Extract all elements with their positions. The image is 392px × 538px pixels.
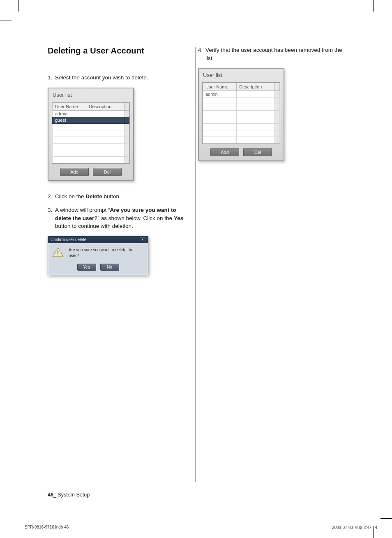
table-row[interactable] [203,137,280,144]
cell-description [237,91,275,97]
cell-username: admin [203,91,237,97]
page-footer: 46_ System Setup [48,492,344,498]
table-row[interactable]: admin [53,110,129,117]
step-number: 4. [198,46,205,62]
userlist-grid[interactable]: User Name Description admin [202,82,280,144]
text: A window will prompt “ [55,207,110,213]
table-row[interactable] [203,130,280,137]
print-file: SPR-9816-9716.indb 46 [25,525,69,531]
panel-title: User list [199,69,284,81]
steps-list: 4. Verify that the user account has been… [198,46,344,62]
userlist-panel-after: User list User Name Description admin [198,68,284,161]
userlist-grid[interactable]: User Name Description admin guest [52,102,130,164]
scrollbar-gutter [125,117,129,123]
step-number: 3. [48,206,55,230]
col-description[interactable]: Description [86,102,125,110]
step-text: A window will prompt “Are you sure you w… [55,206,193,230]
text-bold: Delete [85,193,102,199]
text: button. [102,193,121,199]
step-2: 2. Click on the Delete button. [48,192,193,201]
step-text: Verify that the user account has been re… [205,46,344,62]
dialog-body: Are you sure you want to delete the user… [48,243,148,260]
steps-list: 1. Select the account you wish to delete… [48,74,193,82]
scrollbar-gutter [275,83,280,91]
dialog-title: Confirm user delete [51,237,86,242]
scrollbar-gutter [125,102,129,110]
scrollbar-gutter [275,91,280,97]
table-row-selected[interactable]: guest [53,117,129,123]
step-text: Select the account you wish to delete. [55,74,193,82]
svg-rect-2 [58,255,58,255]
table-header-row: User Name Description [53,102,129,110]
step-4: 4. Verify that the user account has been… [198,46,344,62]
crop-mark [18,0,18,12]
crop-mark [380,518,392,519]
dialog-message: Are you sure you want to delete the user… [69,247,144,259]
page: Deleting a User Account 1. Select the ac… [0,0,392,538]
left-column: Deleting a User Account 1. Select the ac… [48,46,193,482]
userlist-table: User Name Description admin [203,83,280,144]
table-row[interactable] [53,123,129,130]
add-button[interactable]: Add [210,148,239,156]
table-row[interactable] [53,137,129,143]
cell-description [86,117,125,123]
col-username[interactable]: User Name [203,83,237,91]
cell-username: admin [53,110,86,117]
no-button[interactable]: No [100,264,119,271]
yes-button[interactable]: Yes [77,264,96,271]
table-row[interactable] [203,111,280,117]
table-row[interactable] [203,124,280,130]
userlist-panel: User list User Name Description admin gu… [48,88,134,181]
col-username[interactable]: User Name [53,102,86,110]
svg-rect-1 [58,250,58,254]
cell-username: guest [53,117,86,123]
table-row[interactable] [53,150,129,156]
table-row[interactable]: admin [203,91,280,97]
step-text: Click on the Delete button. [55,192,193,201]
text: Click on the [55,193,85,199]
two-column-layout: Deleting a User Account 1. Select the ac… [48,46,344,482]
text-bold: Yes [174,215,183,221]
step-number: 2. [48,192,55,201]
step-1: 1. Select the account you wish to delete… [48,74,193,82]
text: ” as shown below. Click on the [98,215,174,221]
print-timestamp: 2008-07-03 오후 2:47:44 [332,525,377,531]
footer-sep: _ [53,492,58,498]
col-description[interactable]: Description [237,83,275,91]
crop-mark [0,21,12,21]
text: button to continue with deletion. [55,223,133,229]
table-row[interactable] [203,97,280,104]
userlist-table: User Name Description admin guest [52,102,129,163]
scrollbar-gutter [125,110,129,117]
step-number: 1. [48,74,55,82]
page-number: 46 [48,492,53,498]
table-row[interactable] [203,117,280,124]
steps-list: 2. Click on the Delete button. 3. A wind… [48,192,193,230]
step-3: 3. A window will prompt “Are you sure yo… [48,206,193,230]
footer-section: System Setup [58,492,90,498]
column-divider [193,46,198,482]
dialog-buttonbar: Yes No [48,260,148,275]
table-row[interactable] [53,143,129,150]
table-row[interactable] [203,104,280,111]
panel-buttonbar: Add Del [199,148,284,156]
table-row[interactable] [53,130,129,137]
right-column: 4. Verify that the user account has been… [198,46,344,482]
table-row[interactable] [53,156,129,163]
crop-mark [373,0,374,12]
table-header-row: User Name Description [203,83,280,91]
warning-icon [52,247,64,257]
panel-title: User list [48,88,133,101]
section-heading: Deleting a User Account [48,46,193,56]
content-area: Deleting a User Account 1. Select the ac… [48,46,344,482]
close-icon[interactable]: × [140,237,145,242]
confirm-dialog: Confirm user delete × Are you sure you w… [48,236,148,275]
del-button[interactable]: Del [243,148,272,156]
panel-buttonbar: Add Del [48,168,133,176]
print-marks: SPR-9816-9716.indb 46 2008-07-03 오후 2:47… [25,525,377,531]
add-button[interactable]: Add [60,168,89,176]
cell-description [86,110,125,117]
del-button[interactable]: Del [93,168,122,176]
dialog-titlebar: Confirm user delete × [48,237,148,243]
